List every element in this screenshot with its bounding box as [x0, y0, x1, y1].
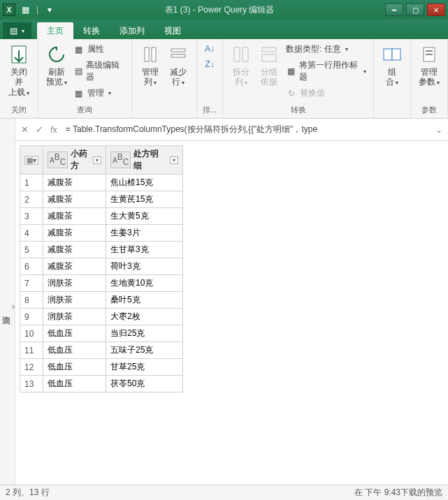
reduce-rows-button[interactable]: 减少 行▾	[164, 42, 192, 89]
queries-pane-collapsed[interactable]: › 查询	[0, 119, 15, 485]
app-icon: X	[3, 3, 15, 16]
cell[interactable]: 生地黄10克	[106, 275, 183, 292]
qat-dropdown-icon[interactable]: ▾	[44, 4, 55, 15]
table-row[interactable]: 1减腹茶焦山楂15克	[20, 175, 183, 191]
group-by-button[interactable]: 分组 依据	[255, 42, 283, 101]
svg-rect-2	[152, 47, 156, 61]
row-number: 2	[20, 191, 43, 208]
minimize-button[interactable]: ━	[385, 3, 403, 16]
group-combine: 组 合▾	[374, 39, 411, 118]
combine-icon	[381, 43, 403, 66]
combine-button[interactable]: 组 合▾	[378, 42, 406, 89]
row-number: 7	[20, 275, 43, 292]
cell[interactable]: 生甘草3克	[106, 242, 183, 258]
properties-button[interactable]: ▦属性	[71, 42, 127, 57]
cell[interactable]: 焦山楂15克	[106, 175, 183, 191]
table-row[interactable]: 9润肤茶大枣2枚	[20, 309, 183, 325]
table-row[interactable]: 7润肤茶生地黄10克	[20, 275, 183, 292]
cell[interactable]: 甘草25克	[106, 359, 183, 376]
table-row[interactable]: 6减腹茶荷叶3克	[20, 258, 183, 275]
close-load-button[interactable]: 关闭并 上载▾	[4, 42, 34, 98]
status-bar: 2 列、13 行 在 下午 9:43下载的预览	[0, 485, 448, 500]
svg-rect-10	[392, 49, 400, 60]
refresh-button[interactable]: 刷新 预览▾	[43, 42, 71, 101]
table-row[interactable]: 3减腹茶生大黄5克	[20, 208, 183, 225]
cell[interactable]: 润肤茶	[43, 292, 106, 309]
maximize-button[interactable]: ▢	[406, 3, 424, 16]
qat-save-icon[interactable]: ▦	[20, 4, 31, 15]
manage-params-button[interactable]: 管理 参数▾	[415, 42, 443, 89]
cell[interactable]: 减腹茶	[43, 225, 106, 242]
cell[interactable]: 低血压	[43, 376, 106, 392]
manage-columns-button[interactable]: 管理 列▾	[136, 42, 164, 89]
advanced-editor-button[interactable]: ▤高级编辑器	[71, 58, 127, 84]
cell[interactable]: 低血压	[43, 325, 106, 342]
row-number: 10	[20, 325, 43, 342]
close-button[interactable]: ✕	[427, 3, 445, 16]
sort-desc-button[interactable]: Z↓	[201, 57, 218, 71]
data-table: ▦▾ ABC小药方▾ ABC处方明细▾ 1减腹茶焦山楂15克2减腹茶生黄芪15克…	[20, 145, 183, 392]
svg-rect-12	[426, 50, 433, 52]
replace-values-button[interactable]: ↻替换值	[283, 86, 369, 101]
group-params-label: 参数	[415, 103, 443, 118]
table-row[interactable]: 13低血压茯苓50克	[20, 376, 183, 392]
cell[interactable]: 低血压	[43, 342, 106, 359]
cell[interactable]: 生姜3片	[106, 225, 183, 242]
manage-columns-icon	[139, 43, 161, 66]
cell[interactable]: 减腹茶	[43, 242, 106, 258]
fx-icon[interactable]: fx	[50, 124, 57, 135]
formula-input[interactable]	[64, 124, 428, 136]
table-row[interactable]: 12低血压甘草25克	[20, 359, 183, 376]
filter-icon[interactable]: ▾	[170, 156, 178, 164]
accept-icon[interactable]: ✓	[36, 124, 43, 135]
tab-addcolumn[interactable]: 添加列	[110, 22, 154, 39]
cancel-icon[interactable]: ✕	[21, 124, 29, 135]
formula-expand-icon[interactable]: ⌄	[435, 125, 442, 135]
close-load-label: 关闭并 上载▾	[7, 67, 31, 97]
table-row[interactable]: 10低血压当归25克	[20, 325, 183, 342]
column-header-2[interactable]: ABC处方明细▾	[106, 146, 183, 175]
file-menu[interactable]: ▤▾	[3, 22, 31, 39]
cell[interactable]: 润肤茶	[43, 275, 106, 292]
cell[interactable]: 减腹茶	[43, 175, 106, 191]
cell[interactable]: 当归25克	[106, 325, 183, 342]
table-row[interactable]: 2减腹茶生黄芪15克	[20, 191, 183, 208]
table-row[interactable]: 4减腹茶生姜3片	[20, 225, 183, 242]
cell[interactable]: 大枣2枚	[106, 309, 183, 325]
qat-separator: |	[36, 5, 38, 15]
first-row-header-button[interactable]: ▦将第一行用作标题▾	[283, 58, 369, 84]
cell[interactable]: 茯苓50克	[106, 376, 183, 392]
tab-home[interactable]: 主页	[37, 22, 73, 39]
manage-button[interactable]: ▦管理▾	[71, 86, 127, 101]
cell[interactable]: 生黄芪15克	[106, 191, 183, 208]
group-sort: A↓ Z↓ 排...	[197, 39, 223, 118]
split-column-button[interactable]: 拆分 列▾	[227, 42, 255, 101]
svg-rect-3	[171, 49, 185, 52]
cell[interactable]: 减腹茶	[43, 258, 106, 275]
group-query-label: 查询	[43, 103, 127, 118]
sort-desc-icon: Z↓	[204, 59, 215, 70]
type-text-icon: ABC	[48, 152, 68, 168]
tab-view[interactable]: 视图	[154, 22, 191, 39]
sort-asc-button[interactable]: A↓	[201, 42, 218, 56]
cell[interactable]: 荷叶3克	[106, 258, 183, 275]
cell[interactable]: 减腹茶	[43, 191, 106, 208]
filter-icon[interactable]: ▾	[93, 156, 101, 164]
svg-rect-1	[145, 47, 149, 61]
cell[interactable]: 润肤茶	[43, 309, 106, 325]
cell[interactable]: 桑叶5克	[106, 292, 183, 309]
cell[interactable]: 减腹茶	[43, 208, 106, 225]
cell[interactable]: 生大黄5克	[106, 208, 183, 225]
row-number: 13	[20, 376, 43, 392]
cell[interactable]: 低血压	[43, 359, 106, 376]
row-number: 6	[20, 258, 43, 275]
column-header-1[interactable]: ABC小药方▾	[43, 146, 106, 175]
table-row[interactable]: 11低血压五味子25克	[20, 342, 183, 359]
data-grid: ▦▾ ABC小药方▾ ABC处方明细▾ 1减腹茶焦山楂15克2减腹茶生黄芪15克…	[15, 141, 448, 485]
table-row[interactable]: 5减腹茶生甘草3克	[20, 242, 183, 258]
datatype-button[interactable]: 数据类型: 任意▾	[283, 42, 369, 57]
cell[interactable]: 五味子25克	[106, 342, 183, 359]
tab-transform[interactable]: 转换	[73, 22, 110, 39]
table-row[interactable]: 8润肤茶桑叶5克	[20, 292, 183, 309]
corner-cell[interactable]: ▦▾	[20, 146, 43, 175]
